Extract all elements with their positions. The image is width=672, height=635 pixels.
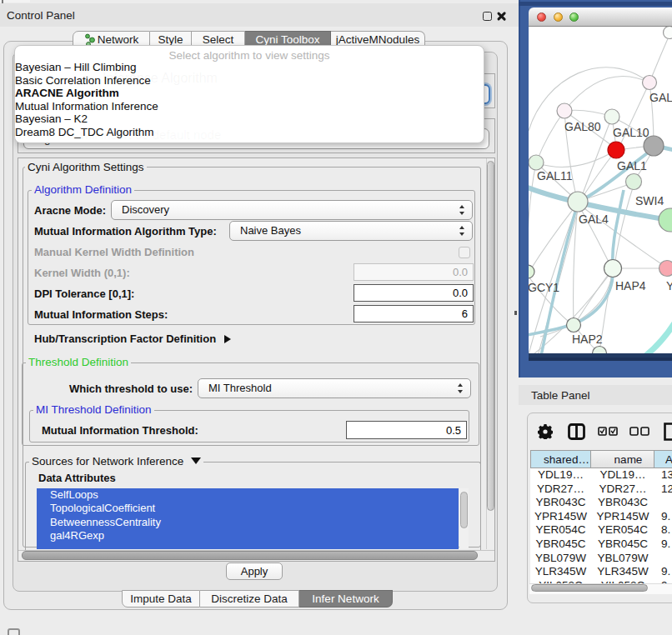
- svg-text:GAL10: GAL10: [613, 126, 649, 139]
- svg-text:GAL4: GAL4: [579, 212, 609, 226]
- svg-text:SWI4: SWI4: [635, 194, 664, 208]
- svg-text:GAL2: GAL2: [649, 91, 672, 104]
- svg-text:YM: YM: [666, 279, 672, 292]
- svg-text:GAL80: GAL80: [564, 120, 601, 133]
- svg-text:GAL1: GAL1: [617, 159, 647, 172]
- svg-text:HAP4: HAP4: [615, 279, 646, 292]
- svg-text:GAL11: GAL11: [537, 169, 573, 182]
- svg-text:HAP2: HAP2: [572, 332, 603, 346]
- svg-text:GCY1: GCY1: [529, 281, 559, 294]
